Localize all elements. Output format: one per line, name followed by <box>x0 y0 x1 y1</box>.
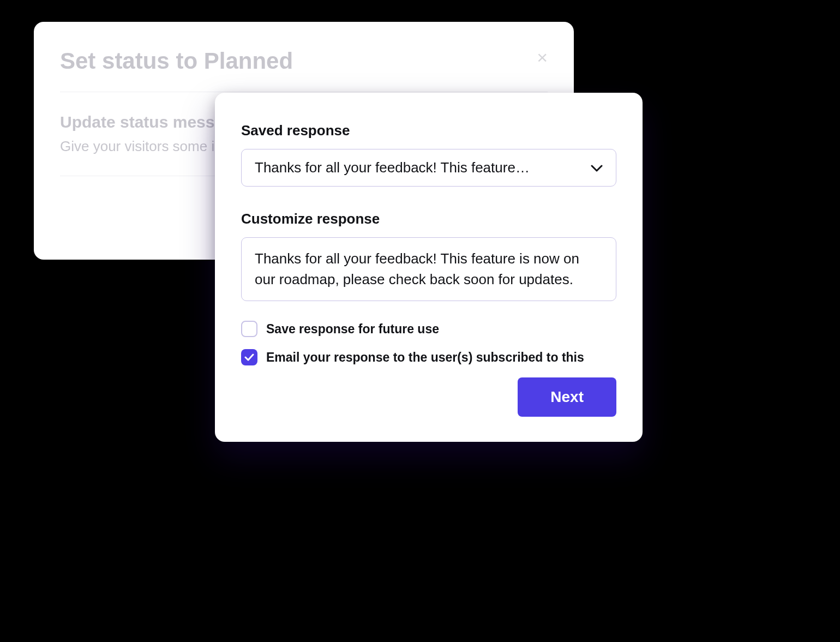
textarea-content: Thanks for all your feedback! This featu… <box>255 249 603 290</box>
save-future-checkbox-label: Save response for future use <box>266 322 439 337</box>
checkbox-unchecked-icon[interactable] <box>241 321 257 337</box>
customize-response-textarea[interactable]: Thanks for all your feedback! This featu… <box>241 237 616 301</box>
status-response-modal: Saved response Thanks for all your feedb… <box>215 93 643 442</box>
close-icon[interactable]: × <box>537 48 548 67</box>
button-row: Next <box>241 377 616 417</box>
checkbox-checked-icon[interactable] <box>241 349 257 365</box>
save-future-checkbox-row[interactable]: Save response for future use <box>241 321 616 337</box>
saved-response-dropdown[interactable]: Thanks for all your feedback! This featu… <box>241 149 616 187</box>
back-modal-title: Set status to Planned <box>60 48 548 74</box>
chevron-down-icon <box>591 159 603 176</box>
saved-response-label: Saved response <box>241 122 616 139</box>
email-users-checkbox-row[interactable]: Email your response to the user(s) subsc… <box>241 349 616 365</box>
email-users-checkbox-label: Email your response to the user(s) subsc… <box>266 350 584 365</box>
next-button[interactable]: Next <box>518 377 616 417</box>
divider <box>60 92 548 92</box>
customize-response-label: Customize response <box>241 211 616 227</box>
dropdown-selected-value: Thanks for all your feedback! This featu… <box>255 159 530 176</box>
